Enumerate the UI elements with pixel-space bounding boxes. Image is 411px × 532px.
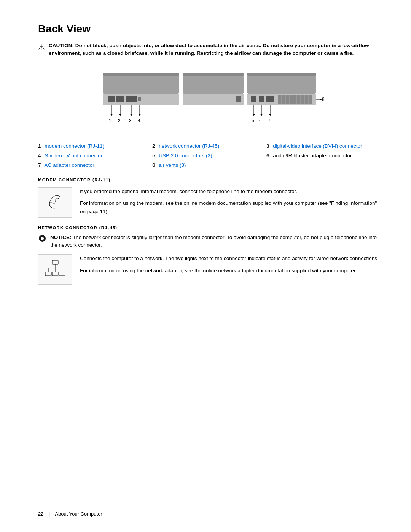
svg-marker-27	[110, 114, 113, 116]
connector-4-link[interactable]: S-video TV-out connector	[45, 153, 102, 158]
svg-text:1: 1	[109, 118, 112, 123]
svg-rect-1	[103, 73, 179, 76]
modem-description: If you ordered the optional internal mod…	[80, 187, 381, 216]
svg-rect-7	[108, 96, 115, 102]
svg-rect-17	[278, 95, 312, 104]
svg-rect-14	[251, 96, 256, 102]
svg-rect-4	[247, 73, 316, 94]
caution-text: CAUTION: Do not block, push objects into…	[49, 42, 381, 58]
network-icon	[44, 258, 67, 281]
svg-marker-37	[260, 114, 263, 116]
page-footer: 22 | About Your Computer	[38, 511, 102, 517]
svg-rect-50	[52, 260, 58, 264]
caution-box: ⚠ CAUTION: Do not block, push objects in…	[38, 42, 381, 58]
connector-6-label: audio/IR blaster adapter connector	[273, 153, 352, 158]
svg-rect-16	[266, 96, 274, 102]
network-description: Connects the computer to a network. The …	[80, 254, 379, 275]
notice-body-text: The network connector is slightly larger…	[50, 235, 377, 248]
svg-rect-5	[247, 73, 316, 76]
notice-bullet-icon	[38, 234, 46, 243]
svg-rect-2	[183, 73, 244, 94]
svg-text:6: 6	[259, 118, 262, 123]
svg-marker-35	[253, 114, 255, 116]
svg-rect-0	[103, 73, 179, 94]
diagram-svg: 1 2 3 4 5 6 7 8	[91, 69, 327, 126]
svg-rect-9	[126, 96, 137, 102]
footer-section-label: About Your Computer	[55, 511, 102, 517]
svg-rect-10	[138, 97, 141, 101]
svg-rect-3	[183, 73, 244, 76]
page-title: Back View	[38, 23, 381, 35]
notice-circle	[39, 235, 46, 242]
connector-5: 5 USB 2.0 connectors (2)	[152, 151, 266, 160]
svg-rect-15	[259, 96, 264, 102]
connector-5-link[interactable]: USB 2.0 connectors (2)	[159, 153, 212, 158]
modem-icon	[44, 191, 67, 214]
modem-section: If you ordered the optional internal mod…	[38, 187, 381, 218]
svg-rect-58	[59, 272, 65, 276]
modem-section-heading: MODEM CONNECTOR (RJ-11)	[38, 177, 381, 182]
svg-rect-57	[52, 272, 58, 276]
svg-marker-31	[130, 114, 132, 116]
connector-7: 7 AC adapter connector	[38, 160, 152, 170]
caution-label: CAUTION:	[49, 43, 74, 48]
connector-3: 3 digital-video interface (DVI-I) connec…	[266, 141, 381, 151]
connector-8-link[interactable]: air vents (3)	[159, 162, 186, 168]
modem-icon-box	[38, 187, 72, 218]
svg-marker-39	[269, 114, 271, 116]
svg-text:2: 2	[118, 118, 121, 123]
connector-1-link[interactable]: modem connector (RJ-11)	[45, 143, 104, 149]
caution-icon: ⚠	[38, 43, 45, 52]
svg-text:4: 4	[138, 118, 140, 123]
network-icon-box	[38, 254, 72, 285]
caution-body: Do not block, push objects into, or allo…	[49, 43, 369, 56]
connector-2: 2 network connector (RJ-45)	[152, 141, 266, 151]
svg-text:7: 7	[268, 118, 271, 123]
back-view-diagram: 1 2 3 4 5 6 7 8	[38, 69, 381, 134]
connector-8: 8 air vents (3)	[152, 160, 266, 170]
connector-4: 4 S-video TV-out connector	[38, 151, 152, 160]
svg-marker-29	[119, 114, 121, 116]
connector-7-link[interactable]: AC adapter connector	[45, 162, 94, 168]
connector-2-link[interactable]: network connector (RJ-45)	[159, 143, 219, 149]
svg-rect-11	[183, 94, 244, 105]
svg-rect-12	[236, 96, 241, 102]
connector-1: 1 modem connector (RJ-11)	[38, 141, 152, 151]
svg-text:8: 8	[322, 97, 325, 102]
notice-label: NOTICE:	[50, 235, 72, 240]
connector-3-link[interactable]: digital-video interface (DVI-I) connecto…	[273, 143, 362, 149]
notice-text: NOTICE: The network connector is slightl…	[50, 234, 381, 249]
svg-rect-8	[116, 96, 124, 102]
connector-6: 6 audio/IR blaster adapter connector	[266, 151, 381, 160]
network-section: Connects the computer to a network. The …	[38, 254, 381, 285]
svg-text:3: 3	[129, 118, 132, 123]
svg-text:5: 5	[252, 118, 254, 123]
svg-marker-33	[139, 114, 141, 116]
footer-page-number: 22	[38, 511, 43, 517]
svg-rect-56	[45, 272, 51, 276]
footer-separator: |	[49, 511, 50, 517]
network-section-heading: NETWORK CONNECTOR (RJ-45)	[38, 225, 381, 230]
connector-table: 1 modem connector (RJ-11) 2 network conn…	[38, 141, 381, 170]
notice-box: NOTICE: The network connector is slightl…	[38, 234, 381, 249]
